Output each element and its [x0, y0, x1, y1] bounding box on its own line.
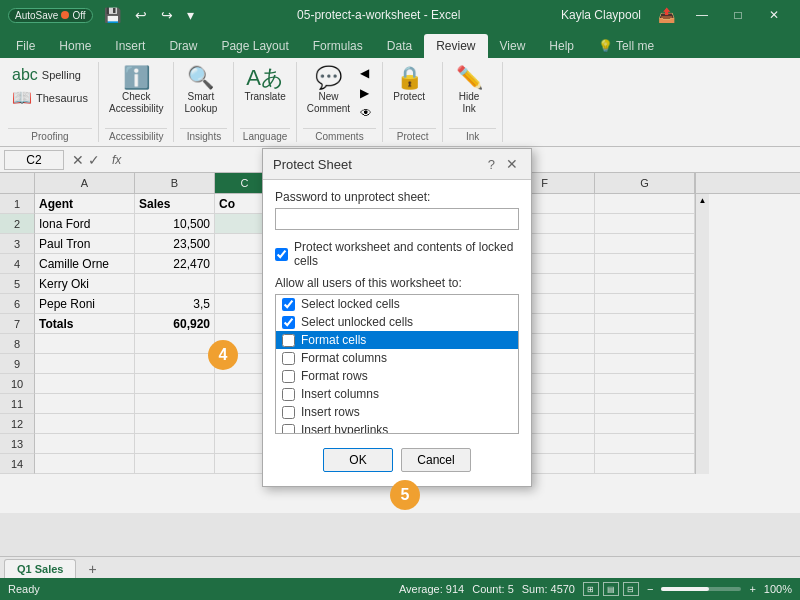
step-5-callout: 5 [390, 480, 420, 510]
dialog-title: Protect Sheet [273, 157, 352, 172]
label-select-unlocked: Select unlocked cells [301, 315, 413, 329]
label-insert-columns: Insert columns [301, 387, 379, 401]
list-item-insert-columns[interactable]: Insert columns [276, 385, 518, 403]
label-format-columns: Format columns [301, 351, 387, 365]
protect-checkbox[interactable] [275, 248, 288, 261]
list-item-select-unlocked[interactable]: Select unlocked cells [276, 313, 518, 331]
protect-checkbox-row: Protect worksheet and contents of locked… [275, 240, 519, 268]
dialog-close-button[interactable]: ✕ [503, 155, 521, 173]
checkbox-insert-columns[interactable] [282, 388, 295, 401]
allow-label: Allow all users of this worksheet to: [275, 276, 519, 290]
dialog-help-button[interactable]: ? [488, 157, 495, 172]
step-4-callout: 4 [208, 340, 238, 370]
label-insert-hyperlinks: Insert hyperlinks [301, 423, 388, 434]
dialog-controls: ? ✕ [488, 155, 521, 173]
step-5-label: 5 [401, 486, 410, 504]
label-insert-rows: Insert rows [301, 405, 360, 419]
dialog-body: Password to unprotect sheet: Protect wor… [263, 180, 531, 486]
checkbox-insert-rows[interactable] [282, 406, 295, 419]
list-item-select-locked[interactable]: Select locked cells [276, 295, 518, 313]
password-input[interactable] [275, 208, 519, 230]
protect-sheet-dialog: Protect Sheet ? ✕ Password to unprotect … [262, 148, 532, 487]
list-item-insert-hyperlinks[interactable]: Insert hyperlinks [276, 421, 518, 434]
list-item-format-cells[interactable]: Format cells [276, 331, 518, 349]
protect-checkbox-label: Protect worksheet and contents of locked… [294, 240, 519, 268]
dialog-titlebar: Protect Sheet ? ✕ [263, 149, 531, 180]
password-label: Password to unprotect sheet: [275, 190, 519, 204]
cancel-button[interactable]: Cancel [401, 448, 471, 472]
step-4-label: 4 [219, 346, 228, 364]
checkbox-format-columns[interactable] [282, 352, 295, 365]
label-select-locked: Select locked cells [301, 297, 400, 311]
checkbox-select-unlocked[interactable] [282, 316, 295, 329]
checkbox-insert-hyperlinks[interactable] [282, 424, 295, 435]
label-format-rows: Format rows [301, 369, 368, 383]
list-item-format-columns[interactable]: Format columns [276, 349, 518, 367]
permissions-list: Select locked cells Select unlocked cell… [275, 294, 519, 434]
list-item-insert-rows[interactable]: Insert rows [276, 403, 518, 421]
dialog-buttons: OK Cancel [275, 444, 519, 476]
list-item-format-rows[interactable]: Format rows [276, 367, 518, 385]
checkbox-format-rows[interactable] [282, 370, 295, 383]
checkbox-select-locked[interactable] [282, 298, 295, 311]
ok-button[interactable]: OK [323, 448, 393, 472]
checkbox-format-cells[interactable] [282, 334, 295, 347]
label-format-cells: Format cells [301, 333, 366, 347]
